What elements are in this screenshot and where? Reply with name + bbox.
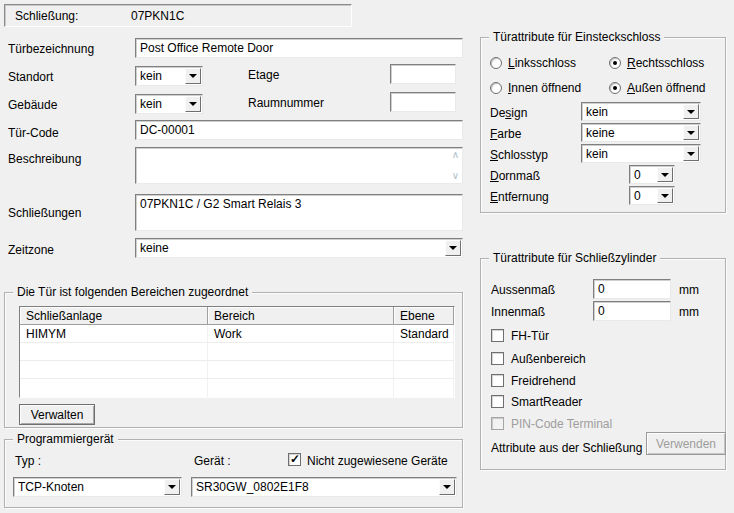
farbe-value: keine	[586, 126, 680, 140]
beschreibung-label: Beschreibung	[8, 152, 81, 166]
radio-rechtsschloss-label[interactable]: Rechtsschloss	[627, 56, 704, 70]
door-properties-dialog: { "colors": { "window_bg": "#f0f0f0", "f…	[0, 0, 734, 513]
smartreader-label[interactable]: SmartReader	[511, 395, 582, 409]
radio-innen-oeffnend-label[interactable]: Innen öffnend	[508, 81, 581, 95]
raumnummer-input[interactable]	[390, 92, 456, 112]
gebaeude-select[interactable]: kein	[135, 94, 203, 114]
scroll-up-icon[interactable]: ∧	[452, 150, 459, 160]
lock-header-label: Schließung:	[15, 9, 78, 23]
einsteckschloss-group: Türattribute für Einsteckschloss Linkssc…	[480, 37, 726, 213]
entfernung-select[interactable]: 0	[629, 186, 675, 205]
farbe-select[interactable]: keine	[581, 123, 701, 142]
innenmass-input[interactable]	[593, 301, 671, 321]
chevron-down-icon[interactable]	[445, 240, 461, 256]
schlosstyp-select[interactable]: kein	[581, 144, 701, 163]
schliessungen-label: Schließungen	[8, 206, 81, 220]
radio-linksschloss[interactable]	[490, 57, 502, 69]
etage-input[interactable]	[390, 64, 456, 84]
typ-label: Typ :	[15, 454, 41, 468]
tuerbezeichnung-label: Türbezeichnung	[8, 42, 94, 56]
gebaeude-value: kein	[140, 97, 182, 111]
column-header-bereich[interactable]: Bereich	[208, 307, 394, 325]
radio-linksschloss-label[interactable]: Linksschloss	[508, 56, 576, 70]
beschreibung-textarea[interactable]: ∧ ∨	[135, 147, 463, 184]
chevron-down-icon[interactable]	[683, 146, 699, 161]
fh-tuer-label[interactable]: FH-Tür	[511, 329, 549, 343]
schlosstyp-value: kein	[586, 147, 680, 161]
entfernung-value: 0	[634, 189, 654, 203]
chevron-down-icon[interactable]	[683, 104, 699, 119]
dornmass-value: 0	[634, 168, 654, 182]
aussenbereich-checkbox[interactable]	[491, 352, 504, 365]
lock-header-value: 07PKN1C	[131, 9, 184, 23]
verwenden-button: Verwenden	[646, 432, 726, 455]
smartreader-checkbox[interactable]	[491, 395, 504, 408]
programmiergeraet-group: Programmiergerät Typ : Gerät : Nicht zug…	[4, 439, 463, 508]
chevron-down-icon[interactable]	[164, 479, 180, 495]
raumnummer-label: Raumnummer	[248, 96, 324, 110]
table-row[interactable]: HIMYM Work Standard	[20, 325, 454, 343]
chevron-down-icon[interactable]	[657, 167, 673, 182]
chevron-down-icon[interactable]	[683, 125, 699, 140]
radio-rechtsschloss[interactable]	[609, 57, 621, 69]
dornmass-label: Dornmaß	[490, 169, 540, 183]
column-header-schliessanlage[interactable]: Schließanlage	[20, 307, 208, 325]
aussenmass-unit: mm	[679, 283, 699, 297]
zeitzone-select[interactable]: keine	[135, 238, 463, 258]
column-header-ebene[interactable]: Ebene	[394, 307, 454, 325]
scroll-down-icon[interactable]: ∨	[452, 171, 459, 181]
lock-header-panel: Schließung: 07PKN1C	[4, 4, 352, 27]
schliessungen-value: 07PKN1C / G2 Smart Relais 3	[140, 197, 442, 211]
freidrehend-checkbox[interactable]	[491, 374, 504, 387]
etage-label: Etage	[248, 68, 279, 82]
design-label: Design	[490, 106, 527, 120]
nicht-zugewiesene-checkbox[interactable]	[288, 453, 301, 466]
tuerbezeichnung-input[interactable]	[135, 38, 463, 58]
typ-value: TCP-Knoten	[18, 480, 161, 494]
schliesszylinder-group: Türattribute für Schließzylinder Aussenm…	[480, 258, 726, 470]
schlosstyp-label: Schlosstyp	[490, 148, 548, 162]
geraet-label: Gerät :	[194, 454, 231, 468]
dornmass-select[interactable]: 0	[629, 165, 675, 184]
standort-value: kein	[140, 69, 182, 83]
pin-code-terminal-checkbox	[491, 417, 504, 430]
attribute-aus-schliessung-label: Attribute aus der Schließung	[491, 441, 642, 455]
tuer-code-input[interactable]	[135, 120, 463, 140]
bereiche-table: Schließanlage Bereich Ebene HIMYM Work S…	[19, 306, 455, 398]
chevron-down-icon[interactable]	[185, 96, 201, 112]
standort-label: Standort	[8, 70, 53, 84]
nicht-zugewiesene-label[interactable]: Nicht zugewiesene Geräte	[307, 454, 448, 468]
geraet-select[interactable]: SR30GW_0802E1F8	[191, 477, 457, 497]
verwalten-button[interactable]: Verwalten	[19, 404, 95, 425]
entfernung-label: Entfernung	[490, 190, 549, 204]
radio-aussen-oeffnend-label[interactable]: Außen öffnend	[627, 81, 706, 95]
aussenbereich-label[interactable]: Außenbereich	[511, 352, 586, 366]
geraet-value: SR30GW_0802E1F8	[196, 480, 436, 494]
fh-tuer-checkbox[interactable]	[491, 329, 504, 342]
chevron-down-icon[interactable]	[439, 479, 455, 495]
radio-innen-oeffnend[interactable]	[490, 82, 502, 94]
table-row-empty	[20, 343, 454, 361]
typ-select[interactable]: TCP-Knoten	[13, 477, 182, 497]
chevron-down-icon[interactable]	[185, 68, 201, 84]
aussenmass-input[interactable]	[593, 279, 671, 299]
cell-ebene: Standard	[394, 325, 454, 342]
standort-select[interactable]: kein	[135, 66, 203, 86]
chevron-down-icon[interactable]	[657, 188, 673, 203]
design-select[interactable]: kein	[581, 102, 701, 121]
table-row-empty	[20, 361, 454, 379]
innenmass-label: Innenmaß	[491, 305, 545, 319]
schliesszylinder-group-title: Türattribute für Schließzylinder	[489, 251, 660, 265]
gebaeude-label: Gebäude	[8, 98, 57, 112]
farbe-label: Farbe	[490, 127, 521, 141]
radio-aussen-oeffnend[interactable]	[609, 82, 621, 94]
bereiche-group: Die Tür ist folgenden Bereichen zugeordn…	[4, 292, 463, 428]
programmiergeraet-group-title: Programmiergerät	[13, 432, 118, 446]
einsteckschloss-group-title: Türattribute für Einsteckschloss	[489, 30, 664, 44]
schliessungen-textarea[interactable]: 07PKN1C / G2 Smart Relais 3	[135, 194, 463, 231]
design-value: kein	[586, 105, 680, 119]
cell-schliessanlage: HIMYM	[20, 325, 208, 342]
freidrehend-label[interactable]: Freidrehend	[511, 374, 576, 388]
zeitzone-label: Zeitzone	[8, 243, 54, 257]
pin-code-terminal-label: PIN-Code Terminal	[511, 417, 612, 431]
